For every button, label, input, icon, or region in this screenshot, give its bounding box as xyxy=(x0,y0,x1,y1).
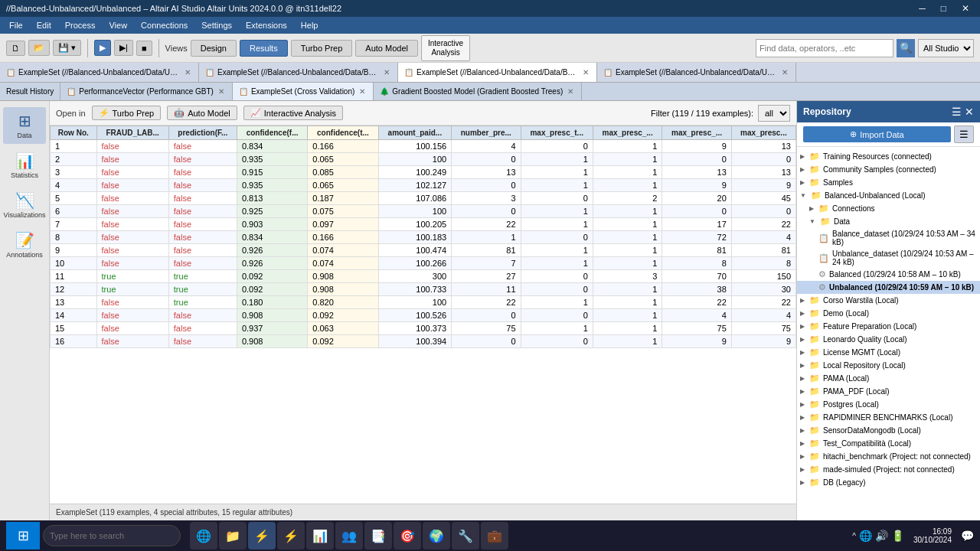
repository-item[interactable]: ▶📁PAMA_PDF (Local) xyxy=(797,385,980,398)
repository-item[interactable]: ⚙Balanced (10/29/24 10:58 AM – 10 kB) xyxy=(797,268,980,281)
col-confidence-t[interactable]: confidence(t... xyxy=(308,126,378,140)
col-max-presc-3[interactable]: max_presc... xyxy=(731,126,795,140)
repository-item[interactable]: ▶📁Samples xyxy=(797,176,980,189)
interactive-analysis-button[interactable]: 📈 Interactive Analysis xyxy=(243,106,343,120)
repository-item[interactable]: ▶📁made-simuled (Project: not connected) xyxy=(797,463,980,476)
run-selected-button[interactable]: ▶| xyxy=(114,40,133,56)
tab2-close-2[interactable]: ✕ xyxy=(358,87,367,96)
search-button[interactable]: 🔍 xyxy=(897,39,915,57)
tab-result-history[interactable]: Result History xyxy=(0,83,60,100)
menu-help[interactable]: Help xyxy=(295,19,325,31)
new-button[interactable]: 🗋 xyxy=(6,41,25,56)
tab-unbalance-dataset-2[interactable]: 📋 ExampleSet (//Balanced-Unbalanced/Data… xyxy=(597,63,796,82)
col-confidence-f[interactable]: confidence(f... xyxy=(237,126,307,140)
repository-item[interactable]: ▶📁SensorDataMongodb (Local) xyxy=(797,424,980,437)
taskbar-explorer[interactable]: 📁 xyxy=(219,522,247,549)
sidebar-annotations[interactable]: 📝 Annotations xyxy=(3,227,46,263)
repository-item[interactable]: ▶📁DB (Legacy) xyxy=(797,476,980,489)
studio-select[interactable]: All Studio xyxy=(918,39,974,57)
turbo-prep-button[interactable]: ⚡ Turbo Prep xyxy=(92,106,162,120)
col-number-pre[interactable]: number_pre... xyxy=(452,126,521,140)
menu-process[interactable]: Process xyxy=(59,19,102,31)
col-max-presc-1[interactable]: max_presc_... xyxy=(593,126,662,140)
tab2-close-1[interactable]: ✕ xyxy=(217,87,226,96)
repository-close-button[interactable]: ✕ xyxy=(965,106,974,118)
tab-close-1[interactable]: ✕ xyxy=(183,68,192,77)
repository-options-button[interactable]: ☰ xyxy=(954,126,974,143)
repository-item[interactable]: ⚙Unbalanced (10/29/24 10:59 AM – 10 kB) xyxy=(797,281,980,294)
taskbar-notification-icon[interactable]: 💬 xyxy=(961,530,974,542)
design-view-button[interactable]: Design xyxy=(191,40,237,57)
col-max-presc-2[interactable]: max_presc_... xyxy=(662,126,731,140)
menu-file[interactable]: File xyxy=(3,19,29,31)
repository-item[interactable]: ▶📁PAMA (Local) xyxy=(797,372,980,385)
menu-settings[interactable]: Settings xyxy=(195,19,238,31)
tab-unbalance-dataset-1[interactable]: 📋 ExampleSet (//Balanced-Unbalanced/Data… xyxy=(0,63,199,82)
tab-close-4[interactable]: ✕ xyxy=(780,68,789,77)
repository-menu-button[interactable]: ☰ xyxy=(952,106,962,118)
menu-view[interactable]: View xyxy=(103,19,133,31)
tab-performance-vector[interactable]: 📋 PerformanceVector (Performance GBT) ✕ xyxy=(60,83,233,100)
repository-item[interactable]: ▶📁Connections xyxy=(797,202,980,215)
taskbar-chevron[interactable]: ^ xyxy=(852,532,856,540)
tab-close-3[interactable]: ✕ xyxy=(581,68,590,77)
save-button[interactable]: 💾 ▾ xyxy=(53,40,81,56)
taskbar-chrome[interactable]: 🌍 xyxy=(423,522,450,549)
col-fraud-lab[interactable]: FRAUD_LAB... xyxy=(96,126,168,140)
interactive-analysis-view-button[interactable]: InteractiveAnalysis xyxy=(421,35,470,61)
tab-close-2[interactable]: ✕ xyxy=(382,68,391,77)
open-button[interactable]: 📂 xyxy=(28,40,50,56)
table-wrap[interactable]: Row No. FRAUD_LAB... prediction(F... con… xyxy=(50,126,796,504)
taskbar-search[interactable] xyxy=(43,525,181,546)
stop-button[interactable]: ■ xyxy=(136,41,152,56)
repository-item[interactable]: ▶📁Demo (Local) xyxy=(797,307,980,320)
taskbar-app2[interactable]: 🎯 xyxy=(394,522,421,549)
menu-connections[interactable]: Connections xyxy=(135,19,194,31)
filter-select[interactable]: all xyxy=(758,105,790,122)
maximize-button[interactable]: □ xyxy=(936,3,951,14)
repository-item[interactable]: ▶📁Training Resources (connected) xyxy=(797,150,980,163)
tab-example-set-cv[interactable]: 📋 ExampleSet (Cross Validation) ✕ xyxy=(233,83,374,100)
tab-balance-dataset-2[interactable]: 📋 ExampleSet (//Balanced-Unbalanced/Data… xyxy=(398,63,597,82)
repository-item[interactable]: ▶📁Test_Compatibilità (Local) xyxy=(797,437,980,450)
turbo-prep-view-button[interactable]: Turbo Prep xyxy=(291,40,353,57)
sidebar-data[interactable]: ⊞ Data xyxy=(3,107,46,144)
col-amount-paid[interactable]: amount_paid... xyxy=(378,126,452,140)
sidebar-visualizations[interactable]: 📉 Visualizations xyxy=(3,187,46,223)
minimize-button[interactable]: ─ xyxy=(914,3,930,14)
taskbar-app3[interactable]: 🔧 xyxy=(452,522,479,549)
repository-item[interactable]: ▶📁Feature Preparation (Local) xyxy=(797,320,980,333)
menu-extensions[interactable]: Extensions xyxy=(240,19,293,31)
repository-item[interactable]: ▶📁Community Samples (connected) xyxy=(797,163,980,176)
menu-edit[interactable]: Edit xyxy=(31,19,57,31)
repository-item[interactable]: ▶📁License MGMT (Local) xyxy=(797,346,980,359)
repository-item[interactable]: ▶📁RAPIDMINER BENCHMARKS (Local) xyxy=(797,411,980,424)
tab-balance-dataset-1[interactable]: 📋 ExampleSet (//Balanced-Unbalanced/Data… xyxy=(199,63,398,82)
col-max-presc-t[interactable]: max_presc_t... xyxy=(521,126,593,140)
repository-item[interactable]: ▼📁Balanced-Unbalanced (Local) xyxy=(797,189,980,202)
repository-item[interactable]: ▼📁Data xyxy=(797,215,980,228)
taskbar-time[interactable]: 16:09 30/10/2024 xyxy=(907,527,958,544)
taskbar-rapidminer2[interactable]: ⚡ xyxy=(277,522,305,549)
taskbar-edge[interactable]: 🌐 xyxy=(190,522,217,549)
taskbar-network-icon[interactable]: 🌐 xyxy=(859,530,872,542)
auto-model-view-button[interactable]: Auto Model xyxy=(355,40,418,57)
tab-gradient-boosted[interactable]: 🌲 Gradient Boosted Model (Gradient Boost… xyxy=(374,83,582,100)
col-prediction[interactable]: prediction(F... xyxy=(168,126,237,140)
import-data-button[interactable]: ⊕ Import Data xyxy=(803,126,951,142)
repository-item[interactable]: 📋Unbalance_dataset (10/29/24 10:53 AM – … xyxy=(797,248,980,268)
sidebar-statistics[interactable]: 📊 Statistics xyxy=(3,147,46,184)
repository-item[interactable]: ▶📁Corso Warstila (Local) xyxy=(797,294,980,307)
search-input[interactable] xyxy=(756,39,893,57)
repository-item[interactable]: ▶📁Local Repository (Local) xyxy=(797,359,980,372)
run-button[interactable]: ▶ xyxy=(94,40,111,56)
start-button[interactable]: ⊞ xyxy=(6,522,40,549)
taskbar-powerpoint[interactable]: 📑 xyxy=(364,522,392,549)
auto-model-button[interactable]: 🤖 Auto Model xyxy=(167,106,237,120)
tab2-close-3[interactable]: ✕ xyxy=(566,87,575,96)
taskbar-app4[interactable]: 💼 xyxy=(481,522,508,549)
taskbar-battery-icon[interactable]: 🔋 xyxy=(891,530,904,542)
results-view-button[interactable]: Results xyxy=(240,40,288,57)
close-button[interactable]: ✕ xyxy=(957,3,974,14)
repository-item[interactable]: 📋Balance_dataset (10/29/24 10:53 AM – 34… xyxy=(797,228,980,248)
